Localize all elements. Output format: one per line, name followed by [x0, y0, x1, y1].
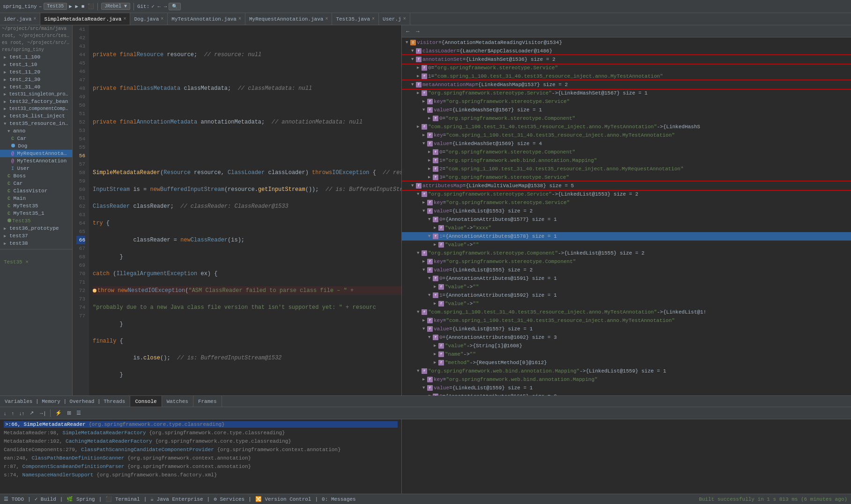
debug-am-comp-v0[interactable]: ▼ f 0 = {AnnotationAttributes@1591} size… — [402, 274, 851, 283]
tab-simple-close[interactable]: × — [123, 16, 126, 22]
debug-am-comp[interactable]: ▼ f "org.springframework.stereotype.Comp… — [402, 249, 851, 257]
debug-more1[interactable]: ⊞ — [65, 409, 73, 416]
run-config-btn[interactable]: Test35 — [44, 3, 67, 10]
debug-am-mapping-v0[interactable]: ▼ f 0 = {AnnotationAttributes@1615} size… — [402, 392, 851, 395]
sidebar-test32[interactable]: ▶ test32_factory_bean — [0, 98, 72, 105]
debug-visitor[interactable]: ▼ O visitor = {AnnotationMetadataReading… — [402, 38, 851, 47]
tab-mytest[interactable]: MyTestAnnotation.java × — [168, 13, 245, 25]
debug-step-btn2[interactable]: ↑ — [10, 410, 16, 416]
sidebar-test36[interactable]: ▶ test36_prototype — [0, 225, 72, 232]
sidebar-test38[interactable]: ▶ test38 — [0, 240, 72, 247]
debug-am-comp-v1[interactable]: ▼ f 1 = {AnnotationAttributes@1592} size… — [402, 291, 851, 299]
debug-mam-mytestanno[interactable]: ▶ f "com.spring_1_100.test_31_40.test35_… — [402, 123, 851, 131]
debug-metaannomap[interactable]: ▼ f metaAnnotationMap = {LinkedHashMap@1… — [402, 80, 851, 89]
debug-classloader[interactable]: ▼ f classLoader = {Launcher$AppClassLoad… — [402, 47, 851, 55]
tab-test35[interactable]: Test35.java × — [332, 13, 379, 25]
sidebar-test35[interactable]: ▼ test35_resource_inject — [0, 120, 72, 127]
debug-mam-mta-v0[interactable]: ▶ f 0 = "org.springframework.stereotype.… — [402, 148, 851, 156]
sidebar-boss[interactable]: C Boss — [0, 172, 72, 180]
sidebar-myrequestanno[interactable]: @ MyRequestAnnotation — [0, 150, 72, 157]
debug-step-btn3[interactable]: ↓↑ — [17, 410, 26, 416]
debug-annotationset-1[interactable]: ▶ f 1 = "com.spring_1_100.test_31_40.tes… — [402, 72, 851, 80]
debug-fwd-btn[interactable]: → — [414, 28, 422, 35]
debug-annotationset[interactable]: ▼ f annotationSet = {LinkedHashSet@1536}… — [402, 55, 851, 64]
debug-am-svc-key[interactable]: ▶ f key = "org.springframework.stereotyp… — [402, 198, 851, 207]
sidebar-car[interactable]: C Car — [0, 135, 72, 142]
sidebar-car2[interactable]: C Car — [0, 180, 72, 187]
tab-console[interactable]: Console — [130, 396, 162, 407]
debug-am-mta-v0-method[interactable]: ▶ f "method" -> {RequestMethod[0]@1612} — [402, 358, 851, 367]
debug-am-mta-key[interactable]: ▶ f key = "com.spring_1_100.test_31_40.t… — [402, 316, 851, 325]
debug-am-mapping-val[interactable]: ▼ f value = {LinkedList@1559} size = 1 — [402, 384, 851, 392]
tab-watches[interactable]: Watches — [162, 396, 193, 407]
sidebar-test37[interactable]: ▶ test37 — [0, 232, 72, 240]
status-enterprise[interactable]: ☕ Java Enterprise — [150, 496, 203, 502]
debug-am-svc-v1-val[interactable]: ▶ f "value" -> "" — [402, 241, 851, 249]
sidebar-test33[interactable]: ▶ test33_componentComponents:scan — [0, 105, 72, 112]
debug-am-svc-v0-val[interactable]: ▶ f "value" -> "xxxx" — [402, 224, 851, 232]
debug-mam-svc-key[interactable]: ▶ f key = "org.springframework.stereotyp… — [402, 97, 851, 106]
sidebar-dog[interactable]: Dog — [0, 142, 72, 150]
sidebar-classvistor[interactable]: C ClassVistor — [0, 187, 72, 195]
frame-2[interactable]: MetadataReader:102, CachingMetadataReade… — [2, 437, 400, 446]
debug-mam-mta-key[interactable]: ▶ f key = "com.spring_1_100.test_31_40.t… — [402, 131, 851, 139]
tab-myrequest[interactable]: MyRequestAnnotation.java × — [245, 13, 332, 25]
debug-am-svc-v1[interactable]: ▼ f 1 = {AnnotationAttributes@1578} size… — [402, 232, 851, 241]
debug-am-mapping[interactable]: ▼ f "org.springframework.web.bind.annota… — [402, 367, 851, 375]
debug-mam-service[interactable]: ▶ f "org.springframework.stereotype.Serv… — [402, 89, 851, 97]
sidebar-test1120[interactable]: ▶ test_11_20 — [0, 68, 72, 76]
tab-variables-memory[interactable]: Variables | Memory | Overhead | Threads — [0, 396, 130, 407]
tab-mytest-close[interactable]: × — [238, 16, 241, 22]
debug-am-mta-v0-name[interactable]: ▶ f "name" -> "" — [402, 350, 851, 358]
status-todo[interactable]: ☰ TODO — [4, 496, 24, 502]
sidebar-test2130[interactable]: ▶ test_21_30 — [0, 76, 72, 83]
tab-reader-close[interactable]: × — [33, 16, 36, 22]
tab-frames[interactable]: Frames — [193, 396, 222, 407]
tab-dog-close[interactable]: × — [161, 16, 163, 22]
debug-step-btn1[interactable]: ↓ — [2, 410, 8, 416]
debug-am-mytestanno[interactable]: ▼ f "com.spring_1_100.test_31_40.test35_… — [402, 308, 851, 316]
frame-5[interactable]: r:87, ComponentScanBeanDefinitionParser … — [2, 462, 400, 471]
debug-am-comp-key[interactable]: ▶ f key = "org.springframework.stereotyp… — [402, 257, 851, 266]
debug-annotationset-0[interactable]: ▶ f 0 = "org.springframework.stereotype.… — [402, 64, 851, 72]
tab-reader[interactable]: ider.java × — [0, 13, 40, 25]
status-messages[interactable]: 0: Messages — [322, 497, 356, 502]
debug-attrsmap[interactable]: ▼ f attributesMap = {LinkedMultiValueMap… — [402, 182, 851, 190]
tab-myrequest-close[interactable]: × — [325, 16, 328, 22]
sidebar-anno[interactable]: ▼ anno — [0, 127, 72, 135]
debug-am-svc-v0[interactable]: ▼ f 0 = {AnnotationAttributes@1577} size… — [402, 215, 851, 224]
tab-simple-metadata[interactable]: SimpleMetadataReader.java × — [40, 13, 130, 25]
debug-am-comp-v0-val[interactable]: ▶ f "value" -> "" — [402, 283, 851, 291]
debug-am-svc[interactable]: ▼ f "org.springframework.stereotype.Serv… — [402, 190, 851, 198]
debug-am-svc-val[interactable]: ▼ f value = {LinkedList@1553} size = 2 — [402, 207, 851, 215]
debug-mam-mta-v3[interactable]: ▶ f 3 = "org.springframework.stereotype.… — [402, 173, 851, 182]
sidebar-test31singleton[interactable]: ▶ test31_singleton_prototype_t — [0, 91, 72, 98]
tab-test35-close[interactable]: × — [372, 16, 375, 22]
sidebar-test35class[interactable]: Test35 — [0, 217, 72, 225]
status-vcs[interactable]: 🔀 Version Control — [255, 496, 311, 502]
sidebar-test110[interactable]: ▶ test_1_100 — [0, 53, 72, 61]
tab-user[interactable]: User.j × — [379, 13, 410, 25]
debug-am-mta-val[interactable]: ▼ f value = {LinkedList@1557} size = 1 — [402, 325, 851, 333]
sidebar-test3140[interactable]: ▶ test_31_40 — [0, 83, 72, 91]
sidebar-mytest35[interactable]: C MyTest35 — [0, 202, 72, 210]
debug-more2[interactable]: ☰ — [74, 409, 83, 416]
status-services[interactable]: ⚙ Services — [214, 496, 244, 502]
debug-am-mta-v0[interactable]: ▼ f 0 = {AnnotationAttributes@1602} size… — [402, 333, 851, 342]
status-spring[interactable]: 🌿 Spring — [67, 496, 95, 502]
sidebar-mytestanno[interactable]: @ MyTestAnnotation — [0, 157, 72, 165]
debug-step-btn4[interactable]: ↗ — [28, 409, 36, 416]
debug-evaluate[interactable]: ⚡ — [53, 409, 64, 416]
debug-mam-svc-value[interactable]: ▼ f value = {LinkedHashSet@1567} size = … — [402, 106, 851, 114]
tab-dog[interactable]: Dog.java × — [130, 13, 168, 25]
debug-mam-mta-value[interactable]: ▼ f value = {LinkedHashSet@1569} size = … — [402, 139, 851, 148]
debug-am-mta-v0-value[interactable]: ▶ f "value" -> {String[1]@1608} — [402, 342, 851, 350]
sidebar-main[interactable]: C Main — [0, 195, 72, 202]
debug-mam-mta-v1[interactable]: ▶ f 1 = "org.springframework.web.bind.an… — [402, 156, 851, 165]
debug-am-comp-v1-val[interactable]: ▶ f "value" -> "" — [402, 299, 851, 308]
frame-3[interactable]: CandidateComponents:279, ClassPathScanni… — [2, 446, 400, 454]
jrebel-btn[interactable]: JRebel ▼ — [101, 3, 130, 10]
status-terminal[interactable]: ⬛ Terminal — [105, 496, 140, 502]
sidebar-test110b[interactable]: ▶ test_1_10 — [0, 61, 72, 68]
status-build[interactable]: ✓ Build — [35, 496, 56, 502]
